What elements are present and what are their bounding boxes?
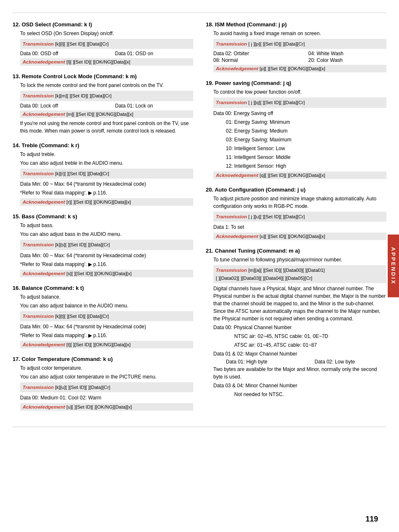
text-line-indent: 10: Intelligent Sensor: Low [226, 145, 386, 152]
transmission-box: Transmission [k][l][ ][Set ID][ ][Data][… [20, 39, 193, 49]
acknowledgement-box: Acknowledgement [s][ ][Set ID][ ][OK/NG]… [20, 270, 193, 277]
transmission-box: Transmission [k][t][ ][Set ID][ ][Data][… [20, 311, 193, 321]
section-body-sec14: To adjust treble.You can also adjust tre… [20, 151, 193, 206]
transmission-box: Transmission [ j ][p][ ][Set ID][ ][Data… [213, 39, 386, 49]
text-line: If you're not using the remote control a… [20, 120, 193, 135]
section-body-sec13: To lock the remote control and the front… [20, 82, 193, 134]
section-sec12: 12. OSD Select (Command: k l)To select O… [13, 21, 193, 66]
transmission-box: Transmission [ j ][q][ ][Set ID][ ][Data… [213, 97, 386, 107]
text-line: To adjust color temperature. [20, 364, 193, 372]
text-line: Data Min: 00 ~ Max: 64 (*transmit by Hex… [20, 180, 193, 188]
section-body-sec18: To avoid having a fixed image remain on … [213, 30, 386, 72]
acknowledgement-box: Acknowledgement [r][ ][Set ID][ ][OK/NG]… [20, 198, 193, 206]
text-line-indent: 03: Energy Saving: Maximum [226, 136, 386, 143]
section-body-sec12: To select OSD (On Screen Display) on/off… [20, 30, 193, 66]
section-body-sec15: To adjust bass.You can also adjust bass … [20, 222, 193, 277]
text-line: You can also adjust treble in the AUDIO … [20, 159, 193, 167]
text-line: To tune channel to following physical/ma… [213, 256, 386, 263]
text-line: Data 00: Energy Saving off [213, 110, 386, 117]
text-line: Data 00: Physical Channel Number [213, 324, 386, 331]
text-line: To avoid having a fixed image remain on … [213, 30, 386, 37]
text-line: To adjust picture position and minimize … [213, 195, 386, 210]
text-line: To adjust bass. [20, 222, 193, 229]
text-line-indent2: ATSC air: 01~45, ATSC cable: 01~87 [234, 341, 386, 349]
data-row: Data 00: Lock offData 01: Lock on [20, 103, 193, 109]
acknowledgement-box: Acknowledgement [p][ ][Set ID][ ][OK/NG]… [213, 65, 386, 72]
text-line: Digital channels have a Physical, Major,… [213, 285, 386, 322]
section-title-sec13: 13. Remote Control Lock Mode (Command: k… [13, 73, 193, 79]
acknowledgement-box: Acknowledgement [u][ ][Set ID][ ][OK/NG]… [20, 403, 193, 411]
text-line: *Refer to 'Real data mapping'. ▶ p.116. [20, 332, 193, 339]
section-sec16: 16. Balance (Command: k t)To adjust bala… [13, 285, 193, 348]
transmission-box: Transmission [ j ][u][ ][Set ID][ ][Data… [213, 212, 386, 222]
section-body-sec21: To tune channel to following physical/ma… [213, 256, 386, 398]
text-line: Data 01 & 02: Major Channel Number [213, 350, 386, 358]
text-line: To adjust balance. [20, 293, 193, 301]
text-line: Data Min: 00 ~ Max: 64 (*transmit by Hex… [20, 252, 193, 259]
text-line: Two bytes are available for the Major an… [213, 366, 386, 381]
transmission-box: Transmission [k][s][ ][Set ID][ ][Data][… [20, 240, 193, 250]
text-line-indent: 02: Energy Saving: Medium [226, 127, 386, 135]
text-line: You can also adjust bass in the AUDIO me… [20, 230, 193, 238]
section-sec14: 14. Treble (Command: k r)To adjust trebl… [13, 142, 193, 206]
transmission-box: Transmission [k][r][ ][Set ID][ ][Data][… [20, 169, 193, 179]
section-title-sec18: 18. ISM Method (Command: j p) [206, 21, 386, 28]
section-sec15: 15. Bass (Command: k s)To adjust bass.Yo… [13, 213, 193, 277]
appendix-label: APPENDIX [388, 235, 399, 297]
acknowledgement-box: Acknowledgement [q][ ][Set ID][ ][OK/NG]… [213, 171, 386, 179]
section-title-sec14: 14. Treble (Command: k r) [13, 142, 193, 148]
top-border [13, 13, 386, 13]
text-line: To control the low power function on/off… [213, 88, 386, 96]
section-title-sec12: 12. OSD Select (Command: k l) [13, 21, 193, 28]
data-row: 08: Normal20: Color Wash [213, 57, 386, 63]
section-sec13: 13. Remote Control Lock Mode (Command: k… [13, 73, 193, 134]
acknowledgement-box: Acknowledgement [t][ ][Set ID][ ][OK/NG]… [20, 341, 193, 348]
text-line-indent: 11: Intelligent Sensor: Middle [226, 153, 386, 161]
section-title-sec17: 17. Color Temperature (Command: k u) [13, 356, 193, 362]
transmission-box: Transmission [k][m][ ][Set ID][ ][Data][… [20, 91, 193, 101]
text-line: Data 1: To set [213, 223, 386, 231]
section-sec20: 20. Auto Configuration (Command: j u)To … [206, 187, 386, 240]
section-title-sec15: 15. Bass (Command: k s) [13, 213, 193, 220]
transmission-box: Transmission [m][a][ ][Set ID][ ][Data00… [213, 265, 386, 283]
section-title-sec19: 19. Power saving (Command: j q) [206, 80, 386, 86]
section-sec19: 19. Power saving (Command: j q)To contro… [206, 80, 386, 179]
section-sec18: 18. ISM Method (Command: j p)To avoid ha… [206, 21, 386, 72]
transmission-box: Transmission [k][u][ ][Set ID][ ][Data][… [20, 382, 193, 392]
section-title-sec20: 20. Auto Configuration (Command: j u) [206, 187, 386, 193]
data-row: Data 02: Orbiter04: White Wash [213, 51, 386, 56]
acknowledgement-box: Acknowledgement [l][ ][Set ID][ ][OK/NG]… [20, 58, 193, 66]
left-column: 12. OSD Select (Command: k l)To select O… [13, 21, 193, 418]
section-sec21: 21. Channel Tuning (Command: m a)To tune… [206, 248, 386, 398]
acknowledgement-box: Acknowledgement [m][ ][Set ID][ ][OK/NG]… [20, 110, 193, 118]
section-body-sec19: To control the low power function on/off… [213, 88, 386, 179]
section-body-sec17: To adjust color temperature.You can also… [20, 364, 193, 411]
text-line: To lock the remote control and the front… [20, 82, 193, 89]
text-line: You can also adjust balance in the AUDIO… [20, 302, 193, 309]
data-row: Data 00: OSD offData 01: OSD on [20, 51, 193, 56]
text-line: Data 00: Medium 01: Cool 02: Warm [20, 394, 193, 402]
right-column: 18. ISM Method (Command: j p)To avoid ha… [206, 21, 386, 418]
data-row-indent: Data 01: High byteData 02: Low byte [226, 359, 386, 365]
text-line: To adjust treble. [20, 151, 193, 158]
section-body-sec16: To adjust balance.You can also adjust ba… [20, 293, 193, 348]
section-sec17: 17. Color Temperature (Command: k u)To a… [13, 356, 193, 411]
page-number: 119 [366, 515, 378, 524]
section-body-sec20: To adjust picture position and minimize … [213, 195, 386, 240]
section-title-sec21: 21. Channel Tuning (Command: m a) [206, 248, 386, 254]
text-line-indent2: NTSC air: 02~45, NTSC cable: 01, 0E~7D [234, 332, 386, 340]
section-title-sec16: 16. Balance (Command: k t) [13, 285, 193, 291]
text-line-indent: 01: Energy Saving: Minimum [226, 118, 386, 126]
text-line: Data 03 & 04: Minor Channel Number [213, 382, 386, 389]
text-line: *Refer to 'Real data mapping'. ▶ p.116. [20, 261, 193, 268]
text-line-indent2: Not needed for NTSC. [234, 391, 386, 398]
bottom-border [13, 427, 386, 427]
text-line-indent: 12: Intelligent Sensor: High [226, 162, 386, 170]
text-line: To select OSD (On Screen Display) on/off… [20, 30, 193, 37]
text-line: You can also adjust color temperature in… [20, 373, 193, 381]
text-line: *Refer to 'Real data mapping'. ▶ p.116. [20, 189, 193, 197]
text-line: Data Min: 00 ~ Max: 64 (*transmit by Hex… [20, 323, 193, 330]
acknowledgement-box: Acknowledgement [u][ ][Set ID][ ][OK/NG]… [213, 233, 386, 240]
